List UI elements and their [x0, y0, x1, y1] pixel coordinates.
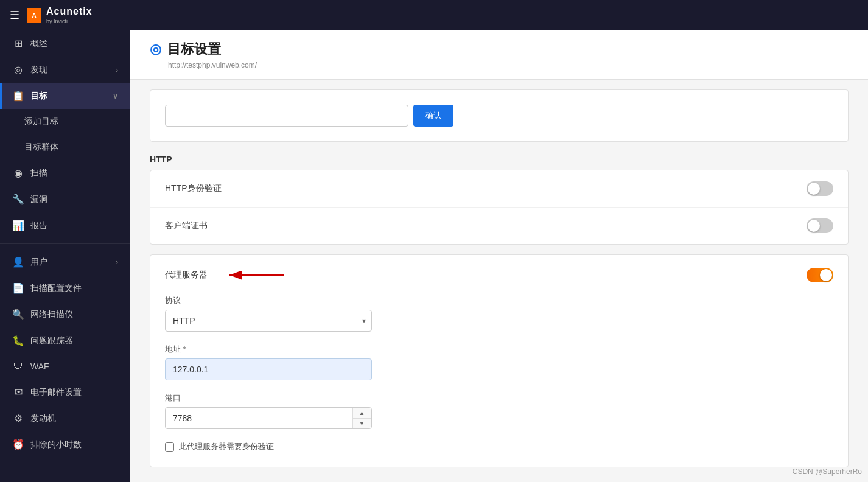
sidebar-item-overview[interactable]: ⊞ 概述: [0, 30, 130, 57]
sidebar-item-issue-tracker[interactable]: 🐛 问题跟踪器: [0, 327, 130, 354]
partial-input[interactable]: [165, 105, 408, 127]
clock-icon: ⏰: [12, 439, 24, 450]
toggle-thumb: [808, 183, 820, 195]
sidebar-item-vulnerabilities[interactable]: 🔧 漏洞: [0, 186, 130, 212]
chevron-right-icon: ›: [116, 258, 118, 267]
partial-top-card: 确认: [150, 89, 849, 142]
menu-icon[interactable]: ☰: [10, 9, 19, 22]
top-bar: ☰ A Acunetix by Invicti: [0, 0, 868, 30]
proxy-header: 代理服务器: [150, 255, 848, 295]
vuln-icon: 🔧: [12, 194, 24, 205]
issue-tracker-icon: 🐛: [12, 335, 24, 346]
sidebar-item-label: 用户: [30, 257, 110, 268]
protocol-group: 协议 HTTP HTTPS SOCKS4 SOCKS5 ▾: [165, 295, 833, 332]
sidebar-item-label: 概述: [30, 38, 118, 49]
page-title-text: 目标设置: [167, 40, 221, 58]
logo: A Acunetix by Invicti: [27, 7, 94, 24]
sidebar-item-scan-profiles[interactable]: 📄 扫描配置文件: [0, 275, 130, 301]
email-icon: ✉: [12, 386, 24, 398]
port-wrapper: ▲ ▼: [165, 407, 372, 429]
http-auth-toggle[interactable]: [807, 181, 833, 196]
port-spinner-down[interactable]: ▼: [353, 419, 371, 428]
port-spinner-up[interactable]: ▲: [353, 408, 371, 419]
proxy-header-left: 代理服务器: [165, 266, 290, 284]
sidebar-item-add-target[interactable]: 添加目标: [0, 109, 130, 134]
sidebar-item-label: 电子邮件设置: [30, 387, 118, 398]
port-label: 港口: [165, 393, 833, 403]
page-title: ◎ 目标设置: [150, 40, 849, 58]
sidebar-item-label: 扫描配置文件: [30, 283, 118, 294]
proxy-auth-checkbox[interactable]: [165, 442, 174, 452]
toggle-thumb: [820, 269, 832, 281]
http-auth-label: HTTP身份验证: [165, 183, 222, 194]
scan-profiles-icon: 📄: [12, 282, 24, 294]
sidebar-item-network-scanner[interactable]: 🔍 网络扫描仪: [0, 301, 130, 327]
sidebar-item-label: 扫描: [30, 168, 118, 179]
sidebar-item-label: 发动机: [30, 413, 118, 424]
content-area: ◎ 目标设置 http://testphp.vulnweb.com/ 确认 HT…: [130, 30, 868, 482]
address-label: 地址 *: [165, 344, 833, 355]
sidebar-item-reports[interactable]: 📊 报告: [0, 212, 130, 239]
sidebar: ⊞ 概述 ◎ 发现 › 📋 目标 ∨ 添加目标 目标群体 ◉ 扫描 🔧 漏洞 📊: [0, 30, 130, 482]
proxy-auth-row: 此代理服务器需要身份验证: [165, 441, 833, 452]
address-group: 地址 *: [165, 344, 833, 380]
sidebar-item-waf[interactable]: 🛡 WAF: [0, 354, 130, 379]
sidebar-divider: [0, 243, 130, 244]
sidebar-item-label: 目标群体: [24, 142, 118, 153]
logo-text: Acunetix: [46, 6, 93, 17]
sidebar-item-label: 排除的小时数: [30, 439, 118, 450]
sidebar-item-label: 目标: [30, 91, 107, 102]
toggle-thumb: [808, 220, 820, 232]
sidebar-item-email-settings[interactable]: ✉ 电子邮件设置: [0, 379, 130, 405]
proxy-label: 代理服务器: [165, 270, 208, 281]
sidebar-item-discover[interactable]: ◎ 发现 ›: [0, 57, 130, 83]
logo-sub: by Invicti: [46, 18, 93, 24]
proxy-auth-label: 此代理服务器需要身份验证: [179, 441, 274, 452]
page-header: ◎ 目标设置 http://testphp.vulnweb.com/: [130, 30, 868, 80]
proxy-body: 协议 HTTP HTTPS SOCKS4 SOCKS5 ▾: [150, 295, 848, 467]
sidebar-item-target-groups[interactable]: 目标群体: [0, 134, 130, 160]
discover-icon: ◎: [12, 64, 24, 75]
protocol-label: 协议: [165, 295, 833, 306]
sidebar-item-engine[interactable]: ⚙ 发动机: [0, 405, 130, 431]
chevron-down-icon: ∨: [113, 92, 118, 100]
sidebar-item-label: WAF: [30, 362, 118, 371]
http-card: HTTP身份验证 客户端证书: [150, 170, 849, 245]
partial-button[interactable]: 确认: [413, 105, 453, 127]
protocol-select[interactable]: HTTP HTTPS SOCKS4 SOCKS5: [165, 310, 372, 332]
port-input[interactable]: [165, 407, 372, 429]
http-auth-row: HTTP身份验证: [150, 170, 848, 208]
client-cert-toggle[interactable]: [807, 218, 833, 233]
targets-icon: 📋: [12, 90, 24, 102]
sidebar-item-excluded-hours[interactable]: ⏰ 排除的小时数: [0, 431, 130, 458]
users-icon: 👤: [12, 256, 24, 268]
proxy-toggle[interactable]: [807, 268, 833, 282]
target-icon: ◎: [150, 41, 161, 57]
chevron-right-icon: ›: [116, 66, 118, 74]
sidebar-item-label: 添加目标: [24, 116, 118, 127]
proxy-card: 代理服务器: [150, 254, 849, 467]
logo-box: A: [27, 8, 41, 23]
client-cert-row: 客户端证书: [150, 208, 848, 244]
network-scanner-icon: 🔍: [12, 309, 24, 320]
red-arrow-annotation: [217, 266, 290, 284]
sidebar-item-label: 报告: [30, 220, 118, 231]
watermark: CSDN @SuperherRo: [793, 467, 862, 476]
overview-icon: ⊞: [12, 38, 24, 49]
reports-icon: 📊: [12, 220, 24, 231]
waf-icon: 🛡: [12, 361, 24, 372]
scan-icon: ◉: [12, 167, 24, 179]
content-scroll: 确认 HTTP HTTP身份验证 客户端证书: [130, 80, 868, 482]
sidebar-item-label: 网络扫描仪: [30, 309, 118, 320]
sidebar-item-users[interactable]: 👤 用户 ›: [0, 249, 130, 275]
sidebar-item-targets[interactable]: 📋 目标 ∨: [0, 83, 130, 109]
port-group: 港口 ▲ ▼: [165, 393, 833, 429]
sidebar-item-label: 漏洞: [30, 194, 118, 205]
sidebar-item-label: 发现: [30, 65, 110, 75]
port-spinners: ▲ ▼: [352, 408, 371, 428]
client-cert-label: 客户端证书: [165, 220, 208, 231]
sidebar-item-scan[interactable]: ◉ 扫描: [0, 160, 130, 186]
address-input[interactable]: [165, 358, 372, 380]
http-section-label: HTTP: [150, 154, 849, 165]
protocol-select-wrapper: HTTP HTTPS SOCKS4 SOCKS5 ▾: [165, 310, 372, 332]
